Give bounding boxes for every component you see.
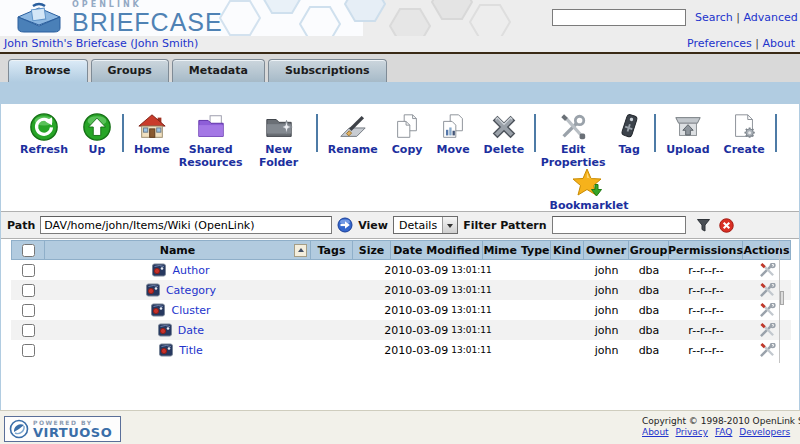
row-checkbox[interactable] [22, 264, 35, 277]
table-scrollbar[interactable] [779, 241, 784, 363]
table-header: Name Tags Size Date Modified Mime Type K… [11, 240, 791, 260]
copyright-text: Copyright © 1998-2010 OpenLink Software [642, 416, 800, 426]
about-link[interactable]: About [762, 37, 795, 50]
toolbar-label: Shared Resources [179, 144, 243, 169]
search-link[interactable]: Search [695, 11, 733, 24]
table-scrollbar-handle[interactable] [780, 291, 784, 305]
delete-button[interactable]: Delete [477, 112, 532, 157]
date-modified-cell: 2010-03-09 13:01:11 [391, 320, 483, 340]
date-value: 2010-03-09 [384, 324, 448, 337]
path-input[interactable] [40, 216, 332, 234]
file-name-link[interactable]: Cluster [171, 304, 210, 317]
copy-icon [392, 112, 422, 142]
file-name-link[interactable]: Category [166, 284, 216, 297]
tab-browse[interactable]: Browse [8, 59, 88, 82]
group-cell: dba [629, 300, 669, 320]
footer-about-link[interactable]: About [642, 427, 669, 437]
upload-icon [673, 112, 703, 142]
briefcase-logo[interactable]: OPENLINK BRIEFCASE [13, 1, 223, 35]
row-checkbox[interactable] [22, 324, 35, 337]
row-checkbox[interactable] [22, 304, 35, 317]
row-checkbox[interactable] [22, 344, 35, 357]
new-folder-button[interactable]: New Folder [245, 112, 313, 169]
move-button[interactable]: Move [429, 112, 476, 157]
tab-groups[interactable]: Groups [91, 59, 169, 82]
tab-metadata[interactable]: Metadata [172, 59, 265, 82]
clear-filter-icon [719, 218, 734, 233]
active-tab-band [0, 82, 800, 104]
bookmarklet-button[interactable]: Bookmarklet [549, 168, 629, 213]
advanced-search-link[interactable]: Advanced [744, 11, 798, 24]
toolbar-label: Up [89, 144, 106, 157]
tag-button[interactable]: Tag [607, 112, 651, 157]
rename-button[interactable]: Rename [321, 112, 385, 157]
view-select[interactable]: Details [393, 216, 458, 234]
column-header-size: Size [353, 240, 391, 260]
apply-filter-button[interactable] [697, 218, 710, 232]
date-modified-cell: 2010-03-09 13:01:11 [391, 340, 483, 360]
refresh-button[interactable]: Refresh [13, 112, 75, 157]
view-label: View [358, 219, 388, 232]
create-button[interactable]: Create [717, 112, 772, 157]
tools-icon [759, 303, 776, 318]
footer-privacy-link[interactable]: Privacy [675, 427, 708, 437]
table-row: Category 2010-03-09 13:01:11 john dba r-… [11, 280, 791, 300]
owner-cell: john [584, 320, 629, 340]
toolbar-label: Rename [328, 144, 378, 157]
kind-cell [551, 300, 584, 320]
clear-filter-button[interactable] [719, 218, 734, 233]
toolbar-label: Edit Properties [541, 144, 606, 169]
up-button[interactable]: Up [75, 112, 119, 157]
user-briefcase-link[interactable]: John Smith's Briefcase (John Smith) [4, 37, 198, 50]
row-checkbox[interactable] [22, 284, 35, 297]
shared-resources-button[interactable]: Shared Resources [177, 112, 245, 169]
tags-cell [311, 280, 353, 300]
file-name-link[interactable]: Date [178, 324, 204, 337]
mime-type-cell [483, 280, 551, 300]
tab-subscriptions[interactable]: Subscriptions [268, 59, 387, 82]
file-name-link[interactable]: Title [179, 344, 203, 357]
permissions-cell: r--r--r-- [669, 320, 743, 340]
powered-by-virtuoso-badge[interactable]: POWERED BY VIRTUOSO [4, 416, 121, 442]
home-button[interactable]: Home [127, 112, 177, 157]
toolbar-separator [316, 114, 318, 152]
select-all-checkbox[interactable] [22, 244, 35, 257]
column-header-permissions: Permissions [669, 240, 743, 260]
toolbar-label: Create [724, 144, 765, 157]
virtuoso-logo-icon [9, 419, 29, 439]
permissions-cell: r--r--r-- [669, 340, 743, 360]
permissions-cell: r--r--r-- [669, 300, 743, 320]
wiki-template-icon [146, 283, 161, 297]
footer-developers-link[interactable]: Developers [739, 427, 790, 437]
owner-cell: john [584, 340, 629, 360]
toolbar: Refresh Up Hom [13, 112, 780, 169]
footer-faq-link[interactable]: FAQ [715, 427, 732, 437]
kind-cell [551, 280, 584, 300]
date-modified-cell: 2010-03-09 13:01:11 [391, 280, 483, 300]
new-folder-icon [264, 112, 294, 142]
filter-pattern-input[interactable] [552, 216, 686, 234]
sort-ascending-button[interactable] [294, 244, 307, 257]
column-header-kind: Kind [551, 240, 584, 260]
group-cell: dba [629, 340, 669, 360]
top-banner: OPENLINK BRIEFCASE Search | Advanced [0, 0, 800, 36]
upload-button[interactable]: Upload [659, 112, 716, 157]
date-value: 2010-03-09 [384, 304, 448, 317]
file-name-link[interactable]: Author [172, 264, 209, 277]
toolbar-label: Tag [618, 144, 639, 157]
go-button[interactable] [337, 217, 353, 233]
wiki-template-icon [152, 263, 167, 277]
search-input[interactable] [552, 9, 686, 26]
preferences-link[interactable]: Preferences [687, 37, 752, 50]
filter-pattern-label: Filter Pattern [463, 219, 546, 232]
owner-cell: john [584, 280, 629, 300]
bookmarklet-star-icon [572, 168, 606, 198]
view-select-value: Details [394, 219, 442, 232]
toolbar-label: Home [134, 144, 170, 157]
create-icon [729, 112, 759, 142]
edit-properties-button[interactable]: Edit Properties [539, 112, 607, 169]
file-table: Name Tags Size Date Modified Mime Type K… [11, 240, 791, 360]
copy-button[interactable]: Copy [385, 112, 430, 157]
group-cell: dba [629, 260, 669, 280]
toolbar-separator [654, 114, 656, 152]
